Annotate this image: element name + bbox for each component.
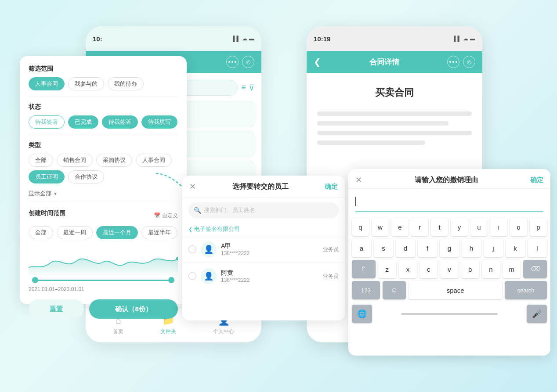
time-tag-0[interactable]: 全部: [29, 226, 53, 239]
key-y[interactable]: y: [451, 218, 468, 236]
key-q[interactable]: q: [352, 218, 369, 236]
contract-phone-status-bar: 10:19 ▌▌☁▬: [307, 26, 482, 51]
shift-key[interactable]: ⇧: [352, 260, 376, 278]
delete-key[interactable]: ⌫: [523, 260, 547, 278]
status-tag-2[interactable]: 待我签署: [102, 115, 138, 129]
emp-radio-1[interactable]: [188, 272, 196, 280]
range-handle-right[interactable]: [168, 277, 174, 283]
scope-tag-1[interactable]: 我参与的: [68, 77, 104, 90]
search-key[interactable]: search: [505, 281, 547, 299]
contract-phone-status-icons: ▌▌☁▬: [454, 36, 475, 42]
footer-profile-label: 个人中心: [213, 328, 234, 335]
type-tag-5[interactable]: 合作协议: [68, 170, 104, 183]
chevron-left-icon: ❮: [188, 227, 192, 232]
emp-phone-1: 138****2222: [221, 277, 318, 283]
kb-title: 请输入您的撤销理由: [415, 176, 478, 185]
type-tag-0[interactable]: 全部: [29, 154, 53, 167]
key-g[interactable]: g: [440, 239, 459, 257]
text-cursor: [355, 197, 356, 206]
key-o[interactable]: o: [510, 218, 527, 236]
emp-role-1: 业务员: [323, 273, 339, 280]
key-b[interactable]: b: [461, 260, 479, 278]
key-x[interactable]: x: [399, 260, 417, 278]
employee-select-panel: ✕ 选择要转交的员工 确定 🔍 搜索部门、员工姓名 ❮ 电子签名有限公司 👤 A…: [182, 176, 345, 320]
custom-label: 自定义: [162, 212, 178, 219]
key-i[interactable]: i: [490, 218, 507, 236]
time-tag-2[interactable]: 最近一个月: [96, 226, 138, 239]
key-c[interactable]: c: [420, 260, 438, 278]
time-tag-1[interactable]: 最近一周: [57, 226, 93, 239]
filter-list-icon[interactable]: ≡: [241, 83, 246, 93]
status-tag-0[interactable]: 待我签署: [29, 115, 65, 129]
back-icon[interactable]: ❮: [314, 57, 321, 67]
contract-content: 买卖合同: [307, 73, 482, 159]
key-u[interactable]: u: [470, 218, 488, 236]
scope-tag-0[interactable]: 人事合同: [29, 77, 65, 90]
contract-circle-icon[interactable]: ◎: [463, 56, 475, 68]
confirm-button[interactable]: 确认（8份）: [89, 299, 178, 319]
emp-company-name: 电子签名有限公司: [194, 225, 240, 233]
key-l[interactable]: l: [528, 239, 547, 257]
key-n[interactable]: n: [482, 260, 500, 278]
key-s[interactable]: s: [374, 239, 393, 257]
nav-action-icons: ◎: [447, 56, 475, 68]
key-k[interactable]: k: [506, 239, 525, 257]
footer-home-label: 首页: [113, 328, 123, 335]
custom-time-btn[interactable]: 📅 自定义: [154, 212, 178, 219]
range-handle-left[interactable]: [32, 277, 38, 283]
key-a[interactable]: a: [352, 239, 371, 257]
key-w[interactable]: w: [372, 218, 389, 236]
emp-search-box[interactable]: 🔍 搜索部门、员工姓名: [188, 202, 339, 218]
type-tag-3[interactable]: 人事合同: [136, 154, 172, 167]
kb-input-area[interactable]: [355, 192, 543, 212]
divider-2: [29, 135, 178, 135]
type-tag-4[interactable]: 员工证明: [29, 170, 65, 183]
bg-phone-status-bar: 10: ▌▌☁▬: [86, 26, 261, 51]
key-z[interactable]: z: [378, 260, 396, 278]
bg-phone-time: 10:: [93, 35, 102, 43]
globe-key[interactable]: 🌐: [352, 305, 372, 323]
key-t[interactable]: t: [431, 218, 448, 236]
key-e[interactable]: e: [391, 218, 409, 236]
bg-more-menu[interactable]: [226, 56, 239, 68]
kb-close-button[interactable]: ✕: [355, 175, 362, 185]
emp-radio-0[interactable]: [188, 245, 196, 253]
key-f[interactable]: f: [418, 239, 437, 257]
scope-tag-2[interactable]: 我的待办: [108, 77, 144, 90]
key-p[interactable]: p: [530, 218, 547, 236]
key-h[interactable]: h: [462, 239, 481, 257]
emp-confirm-button[interactable]: 确定: [325, 183, 338, 191]
bg-filter-icons: ≡ ⊽: [241, 83, 254, 93]
numbers-key[interactable]: 123: [352, 281, 380, 299]
key-d[interactable]: d: [396, 239, 415, 257]
filter-panel: 筛选范围 人事合同 我参与的 我的待办 状态 待我签署 已完成 待我签署 待我填…: [20, 56, 187, 304]
key-m[interactable]: m: [503, 260, 521, 278]
kb-row-4: 123 ☺ space search: [352, 281, 547, 299]
key-r[interactable]: r: [411, 218, 428, 236]
time-tag-3[interactable]: 最近半年: [141, 226, 177, 239]
emp-company-row: ❮ 电子签名有限公司: [182, 223, 345, 236]
status-tag-1[interactable]: 已完成: [68, 115, 98, 129]
key-v[interactable]: v: [440, 260, 458, 278]
range-slider[interactable]: [32, 280, 174, 281]
emp-phone-0: 138****2222: [221, 250, 318, 256]
chart-area: [29, 245, 178, 276]
emp-list-item-0[interactable]: 👤 A甲 138****2222 业务员: [182, 236, 345, 263]
emp-name-0: A甲: [221, 242, 318, 250]
status-tag-3[interactable]: 待我填写: [141, 115, 177, 129]
reset-button[interactable]: 重置: [29, 299, 84, 319]
type-tag-2[interactable]: 采购协议: [96, 154, 132, 167]
emp-close-button[interactable]: ✕: [189, 182, 196, 191]
show-all-row[interactable]: 显示全部 ▼: [29, 190, 178, 198]
emp-list-item-1[interactable]: 👤 阿黄 138****2222 业务员: [182, 263, 345, 289]
space-key[interactable]: space: [409, 281, 502, 299]
key-j[interactable]: j: [484, 239, 503, 257]
contract-more-menu[interactable]: [447, 56, 459, 68]
bg-circle-icon[interactable]: ◎: [242, 56, 254, 68]
mic-key[interactable]: 🎤: [527, 305, 547, 323]
type-tags: 全部 销售合同 采购协议 人事合同 员工证明 合作协议: [29, 154, 178, 183]
type-tag-1[interactable]: 销售合同: [57, 154, 93, 167]
filter-funnel-icon[interactable]: ⊽: [249, 83, 254, 93]
kb-confirm-button[interactable]: 确定: [530, 176, 543, 184]
emoji-key[interactable]: ☺: [383, 281, 406, 299]
